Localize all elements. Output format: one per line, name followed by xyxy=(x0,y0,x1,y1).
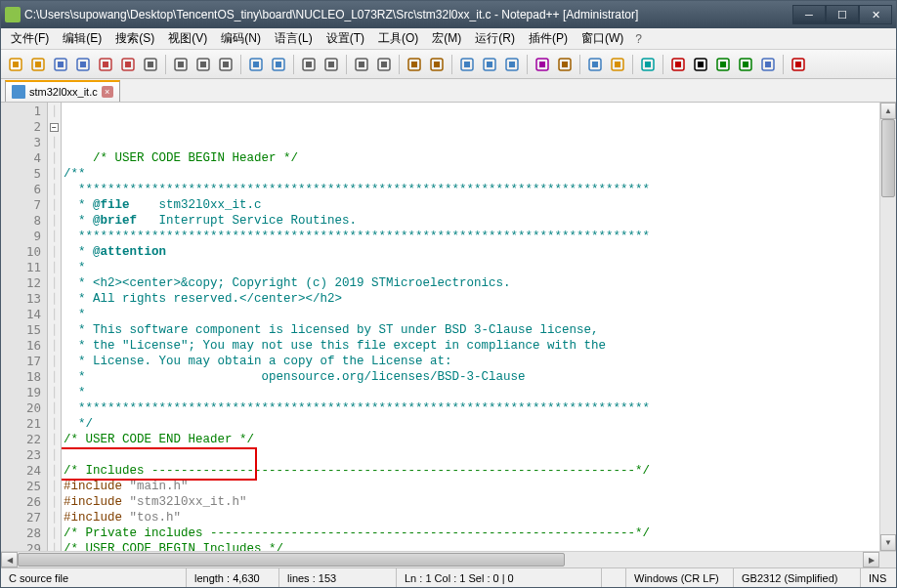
line-number[interactable]: 2 xyxy=(1,119,41,135)
fold-column[interactable]: │−││││││││││││││││││││││││││││ xyxy=(48,103,62,551)
menu-item[interactable]: 文件(F) xyxy=(5,28,55,49)
line-number[interactable]: 23 xyxy=(1,447,41,463)
code-line[interactable]: * the "License"; You may not use this fi… xyxy=(64,338,879,354)
code-line[interactable] xyxy=(64,447,879,463)
scroll-up-button[interactable]: ▲ xyxy=(880,103,896,119)
vertical-scrollbar[interactable]: ▲ ▼ xyxy=(879,103,896,551)
code-line[interactable]: ****************************************… xyxy=(64,400,879,416)
line-number[interactable]: 12 xyxy=(1,275,41,291)
line-number[interactable]: 11 xyxy=(1,260,41,275)
undo-icon[interactable] xyxy=(245,54,267,75)
print-icon[interactable] xyxy=(140,54,161,75)
scroll-left-button[interactable]: ◀ xyxy=(1,552,18,567)
code-line[interactable]: /** xyxy=(64,166,879,182)
code-line[interactable]: * opensource.org/licenses/BSD-3-Clause xyxy=(64,369,879,385)
line-number[interactable]: 22 xyxy=(1,432,41,447)
line-number-gutter[interactable]: 1234567891011121314151617181920212223242… xyxy=(1,103,48,551)
lang-icon[interactable] xyxy=(532,54,553,75)
menu-item[interactable]: 插件(P) xyxy=(523,28,574,49)
code-line[interactable]: #include "main.h" xyxy=(64,479,879,494)
indent-guide-icon[interactable] xyxy=(501,54,523,75)
line-number[interactable]: 29 xyxy=(1,541,41,551)
line-number[interactable]: 24 xyxy=(1,463,41,479)
code-line[interactable]: */ xyxy=(64,416,879,432)
replace-icon[interactable] xyxy=(320,54,342,75)
record-macro-icon[interactable] xyxy=(667,54,689,75)
scroll-thumb-h[interactable] xyxy=(18,553,565,567)
code-line[interactable]: * @file stm32l0xx_it.c xyxy=(64,197,879,213)
code-line[interactable]: ****************************************… xyxy=(64,182,879,197)
menu-item[interactable]: 运行(R) xyxy=(469,28,521,49)
line-number[interactable]: 26 xyxy=(1,494,41,510)
line-number[interactable]: 13 xyxy=(1,291,41,307)
paste-icon[interactable] xyxy=(215,54,236,75)
line-number[interactable]: 16 xyxy=(1,338,41,354)
code-line[interactable]: * <h2><center>&copy; Copyright (c) 2019 … xyxy=(64,275,879,291)
line-number[interactable]: 10 xyxy=(1,244,41,260)
code-line[interactable]: #include "tos.h" xyxy=(64,510,879,525)
code-line[interactable]: /* USER CODE END Header */ xyxy=(64,432,879,447)
line-number[interactable]: 28 xyxy=(1,525,41,541)
close-tab-button[interactable]: × xyxy=(102,86,113,98)
code-line[interactable]: /* USER CODE BEGIN Includes */ xyxy=(64,541,879,551)
close-window-button[interactable]: ✕ xyxy=(859,5,892,24)
line-number[interactable]: 25 xyxy=(1,479,41,494)
menu-item[interactable]: 搜索(S) xyxy=(109,28,160,49)
menu-help[interactable]: ? xyxy=(631,32,646,46)
close-all-icon[interactable] xyxy=(117,54,139,75)
allchars-icon[interactable] xyxy=(479,54,500,75)
code-line[interactable]: * @brief Interrupt Service Routines. xyxy=(64,213,879,229)
copy-icon[interactable] xyxy=(192,54,214,75)
minimize-button[interactable]: ─ xyxy=(792,5,826,24)
code-line[interactable]: * xyxy=(64,307,879,322)
tab-active[interactable]: stm32l0xx_it.c × xyxy=(5,80,120,102)
code-line[interactable]: * This software component is licensed by… xyxy=(64,322,879,338)
play-multi-icon[interactable] xyxy=(735,54,756,75)
menu-item[interactable]: 编辑(E) xyxy=(57,28,107,49)
line-number[interactable]: 7 xyxy=(1,197,41,213)
code-line[interactable]: * All rights reserved.</center></h2> xyxy=(64,291,879,307)
code-line[interactable]: * License. You may obtain a copy of the … xyxy=(64,354,879,369)
line-number[interactable]: 19 xyxy=(1,385,41,400)
maximize-button[interactable]: ☐ xyxy=(826,5,859,24)
spellcheck-icon[interactable] xyxy=(788,54,809,75)
line-number[interactable]: 18 xyxy=(1,369,41,385)
line-number[interactable]: 27 xyxy=(1,510,41,525)
func-list-icon[interactable] xyxy=(584,54,606,75)
line-number[interactable]: 5 xyxy=(1,166,41,182)
sync-h-icon[interactable] xyxy=(426,54,448,75)
doc-map-icon[interactable] xyxy=(554,54,576,75)
titlebar[interactable]: C:\Users\supowang\Desktop\TencentOS_tiny… xyxy=(1,1,896,28)
scroll-thumb-v[interactable] xyxy=(881,119,895,197)
close-icon[interactable] xyxy=(95,54,116,75)
code-line[interactable]: * xyxy=(64,260,879,275)
line-number[interactable]: 21 xyxy=(1,416,41,432)
line-number[interactable]: 3 xyxy=(1,135,41,150)
menu-item[interactable]: 设置(T) xyxy=(320,28,370,49)
open-file-icon[interactable] xyxy=(27,54,49,75)
code-line[interactable]: /* USER CODE BEGIN Header */ xyxy=(64,150,879,166)
save-all-icon[interactable] xyxy=(72,54,94,75)
line-number[interactable]: 6 xyxy=(1,182,41,197)
save-icon[interactable] xyxy=(50,54,71,75)
line-number[interactable]: 8 xyxy=(1,213,41,229)
scroll-track-v[interactable] xyxy=(880,119,896,534)
menu-item[interactable]: 宏(M) xyxy=(426,28,467,49)
code-line[interactable]: /* Private includes --------------------… xyxy=(64,525,879,541)
line-number[interactable]: 9 xyxy=(1,229,41,244)
new-file-icon[interactable] xyxy=(5,54,26,75)
scroll-track-h[interactable] xyxy=(18,552,863,567)
zoom-out-icon[interactable] xyxy=(373,54,395,75)
line-number[interactable]: 14 xyxy=(1,307,41,322)
horizontal-scrollbar[interactable]: ◀ ▶ xyxy=(1,551,896,567)
code-line[interactable]: #include "stm32l0xx_it.h" xyxy=(64,494,879,510)
line-number[interactable]: 15 xyxy=(1,322,41,338)
zoom-in-icon[interactable] xyxy=(351,54,372,75)
code-line[interactable]: ****************************************… xyxy=(64,229,879,244)
save-macro-icon[interactable] xyxy=(757,54,779,75)
monitor-icon[interactable] xyxy=(637,54,659,75)
code-line[interactable]: * @attention xyxy=(64,244,879,260)
wordwrap-icon[interactable] xyxy=(456,54,478,75)
scroll-right-button[interactable]: ▶ xyxy=(863,552,879,567)
line-number[interactable]: 20 xyxy=(1,400,41,416)
